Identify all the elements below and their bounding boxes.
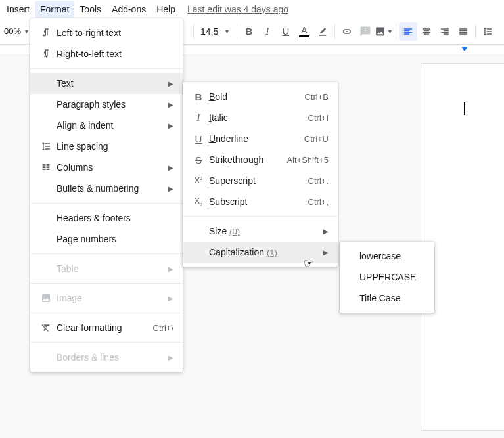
align-justify-button[interactable] [454,22,472,41]
separator [30,342,183,343]
menuitem-italic[interactable]: I Italic Ctrl+I [183,107,338,128]
format-dropdown-menu: Left-to-right text Right-to-left text Te… [30,18,183,372]
menuitem-title-case[interactable]: Title Case [340,288,434,309]
menuitem-label: Strikethrough [206,154,286,165]
chevron-right-icon: ▶ [168,101,173,108]
menu-help[interactable]: Help [151,1,181,18]
line-spacing-button[interactable] [478,22,497,41]
font-size-value: 14.5 [200,26,220,37]
align-right-button[interactable] [436,22,454,41]
chevron-right-icon: ▶ [168,354,173,361]
menuitem-text[interactable]: Text ▶ [30,73,183,94]
chevron-right-icon: ▶ [168,295,173,302]
menuitem-label: Table [54,263,163,274]
italic-button[interactable]: I [258,22,277,41]
menuitem-uppercase[interactable]: UPPERCASE [340,267,434,288]
ruler-indent-marker[interactable] [461,47,468,51]
separator [237,24,237,39]
menu-format[interactable]: Format [35,1,74,18]
chevron-right-icon: ▶ [168,80,173,87]
menuitem-subscript[interactable]: X2 Subscript Ctrl+, [183,191,338,212]
menuitem-label: Bold [206,91,305,102]
zoom-dropdown[interactable]: 00% ▼ [1,26,32,36]
menu-addons[interactable]: Add-ons [106,1,151,18]
last-edit-link[interactable]: Last edit was 4 days ago [187,4,288,14]
chevron-right-icon: ▶ [323,228,329,235]
menuitem-superscript[interactable]: X2 Superscript Ctrl+. [183,170,338,191]
separator [396,24,396,39]
shortcut: Ctrl+U [304,134,329,144]
menubar: Insert Format Tools Add-ons Help Last ed… [0,0,504,18]
bold-button[interactable]: B [240,22,258,41]
chevron-down-icon: ▼ [387,28,393,35]
menuitem-align-indent[interactable]: Align & indent ▶ [30,115,183,136]
menuitem-strikethrough[interactable]: S Strikethrough Alt+Shift+5 [183,149,338,170]
menuitem-label: Columns [54,162,163,173]
bold-icon: B [191,91,206,102]
menuitem-bullets-numbering[interactable]: Bullets & numbering ▶ [30,178,183,199]
menuitem-headers-footers[interactable]: Headers & footers [30,208,183,229]
menuitem-label: Clear formatting [54,322,153,333]
shortcut: Ctrl+B [305,92,329,102]
menuitem-page-numbers[interactable]: Page numbers [30,229,183,250]
menuitem-label: Subscript [206,196,308,207]
menuitem-line-spacing[interactable]: Line spacing [30,136,183,157]
menuitem-clear-formatting[interactable]: Clear formatting Ctrl+\ [30,317,183,338]
menuitem-table: Table ▶ [30,258,183,279]
menuitem-label: Paragraph styles [54,99,163,110]
subscript-icon: X2 [191,196,206,208]
text-cursor [464,102,465,115]
menuitem-lowercase[interactable]: lowercase [340,246,434,267]
menuitem-label: Text [54,78,163,89]
strikethrough-icon: S [191,154,206,165]
separator [334,24,335,39]
menuitem-label: Line spacing [54,141,173,152]
menuitem-image: Image ▶ [30,288,183,309]
menuitem-columns[interactable]: Columns ▶ [30,157,183,178]
menuitem-label: Italic [206,112,308,123]
separator [183,216,338,217]
menuitem-paragraph-styles[interactable]: Paragraph styles ▶ [30,94,183,115]
menuitem-underline[interactable]: U Underline Ctrl+U [183,128,338,149]
superscript-icon: X2 [191,175,206,185]
menu-tools[interactable]: Tools [74,1,106,18]
separator [475,24,476,39]
menuitem-rtl[interactable]: Right-to-left text [30,43,183,64]
menuitem-ltr[interactable]: Left-to-right text [30,22,183,43]
menuitem-label: Superscript [206,175,308,186]
shortcut: Ctrl+, [308,197,329,207]
underline-button[interactable]: U [277,22,295,41]
separator [30,253,183,254]
image-icon [38,293,54,303]
menu-insert[interactable]: Insert [1,1,35,18]
menuitem-label: Page numbers [54,234,173,244]
italic-icon: I [191,112,206,123]
menuitem-bold[interactable]: B Bold Ctrl+B [183,86,338,107]
chevron-right-icon: ▶ [168,122,173,129]
menuitem-label: Underline [206,133,304,144]
chevron-right-icon: ▶ [323,249,329,256]
menuitem-label: lowercase [348,251,425,261]
align-left-button[interactable] [399,22,417,41]
align-center-button[interactable] [417,22,436,41]
menuitem-capitalization[interactable]: Capitalization (1) ▶ [183,242,338,263]
separator [193,24,194,39]
shortcut: Ctrl+\ [153,323,173,333]
menuitem-label: Title Case [348,293,425,303]
capitalization-submenu: lowercase UPPERCASE Title Case [340,242,434,313]
menuitem-label: Capitalization (1) [206,247,318,257]
separator [30,313,183,313]
menuitem-size[interactable]: Size (0) ▶ [183,221,338,242]
text-color-button[interactable]: A [295,22,313,41]
insert-link-button[interactable] [338,22,356,41]
font-size-field[interactable]: 14.5 ▼ [196,26,234,37]
highlight-color-button[interactable] [313,22,332,41]
menuitem-label: Image [54,293,163,303]
zoom-value: 00% [4,26,21,36]
separator [30,68,183,69]
rtl-icon [38,49,54,59]
insert-image-button[interactable]: ▼ [375,22,393,41]
menuitem-label: Align & indent [54,120,163,131]
menuitem-label: Borders & lines [54,352,163,362]
ltr-icon [38,28,54,38]
